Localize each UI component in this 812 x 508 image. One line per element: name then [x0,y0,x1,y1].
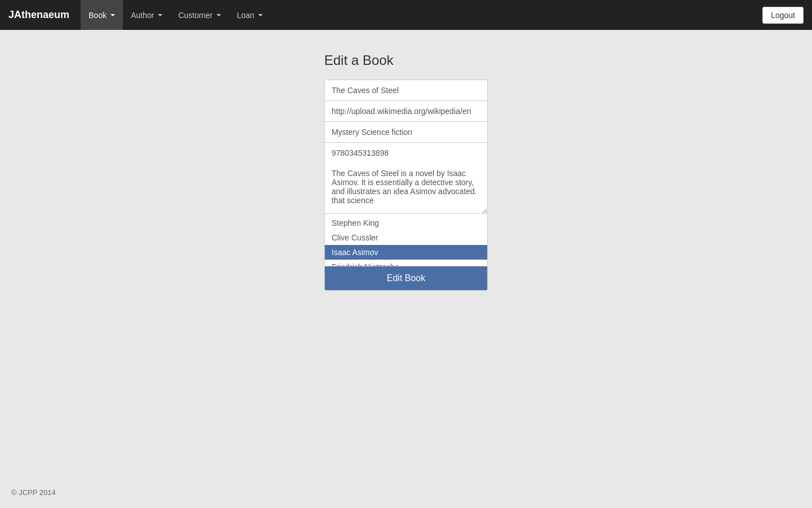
logout-button[interactable]: Logout [762,7,804,24]
nav-loan-label: Loan [237,11,254,20]
nav-item-loan[interactable]: Loan [229,0,271,30]
edit-book-form: Stephen KingClive CusslerIsaac AsimovFri… [324,80,488,291]
nav-book-label: Book [89,11,107,20]
nav-customer-label: Customer [178,11,213,20]
author-select[interactable]: Stephen KingClive CusslerIsaac AsimovFri… [325,216,487,266]
nav-item-author[interactable]: Author [123,0,170,30]
image-url-input[interactable] [325,101,487,122]
nav-author-label: Author [131,11,154,20]
customer-caret-icon [217,14,221,16]
page-title: Edit a Book [324,52,488,68]
author-caret-icon [158,14,162,16]
tags-input[interactable] [325,122,487,143]
navbar: JAthenaeum Book Author Customer Loan Log… [0,0,812,30]
navbar-left: JAthenaeum Book Author Customer Loan [8,0,271,30]
nav-item-customer[interactable]: Customer [170,0,229,30]
description-textarea[interactable] [325,163,487,214]
form-wrapper: Edit a Book Stephen KingClive CusslerIsa… [11,52,801,291]
footer-text: © JCPP 2014 [11,488,56,497]
brand-logo[interactable]: JAthenaeum [8,9,69,21]
book-caret-icon [111,14,115,16]
title-input[interactable] [325,80,487,101]
loan-caret-icon [258,14,263,16]
isbn-input[interactable] [325,143,487,163]
nav-item-book[interactable]: Book [81,0,123,30]
footer: © JCPP 2014 [0,477,67,508]
main-content: Edit a Book Stephen KingClive CusslerIsa… [0,30,812,313]
edit-book-button[interactable]: Edit Book [325,266,487,290]
